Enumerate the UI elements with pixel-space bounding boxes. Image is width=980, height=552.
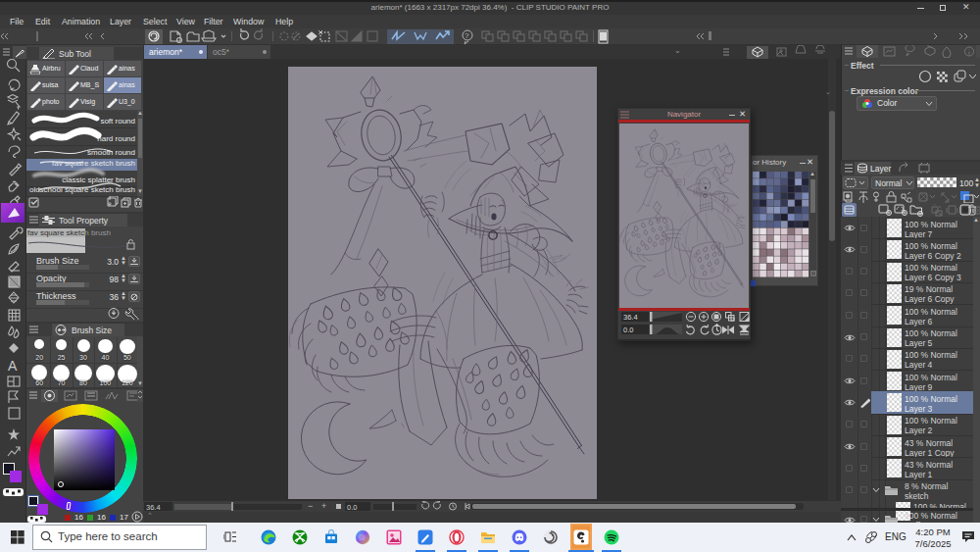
svg-text:A: A: [8, 358, 18, 374]
svg-text:?: ?: [465, 31, 469, 40]
